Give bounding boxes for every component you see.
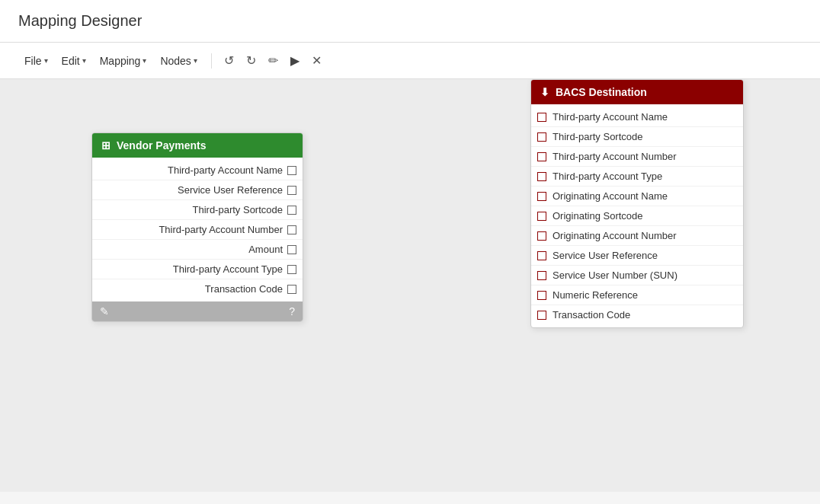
field-label: Transaction Code — [205, 283, 283, 295]
field-label: Service User Reference — [178, 184, 283, 196]
run-button[interactable]: ▶ — [286, 50, 304, 71]
redo-button[interactable]: ↻ — [242, 50, 261, 71]
field-label: Originating Account Name — [553, 190, 668, 202]
connector-handle[interactable] — [537, 231, 546, 241]
undo-icon: ↺ — [224, 54, 234, 67]
bacs-card: ⬇ BACS Destination Third-party Account N… — [530, 79, 744, 328]
connector-handle[interactable] — [537, 291, 546, 300]
list-item: Transaction Code — [531, 305, 743, 324]
toolbar-separator — [211, 53, 212, 69]
field-label: Originating Account Number — [553, 230, 677, 241]
bacs-card-title: BACS Destination — [556, 86, 647, 98]
connector-handle[interactable] — [287, 186, 296, 195]
list-item: Third-party Account Type — [92, 260, 303, 279]
run-icon: ▶ — [290, 54, 299, 67]
pencil-icon: ✏ — [268, 54, 278, 67]
list-item: Third-party Sortcode — [92, 200, 303, 220]
toolbar: File ▾ Edit ▾ Mapping ▾ Nodes ▾ ↺ ↻ ✏ ▶ … — [0, 43, 820, 79]
bacs-card-header: ⬇ BACS Destination — [531, 80, 743, 104]
close-icon: ✕ — [312, 54, 322, 67]
chevron-down-icon: ▾ — [44, 56, 48, 65]
field-label: Third-party Account Type — [173, 263, 283, 275]
list-item: Third-party Account Number — [92, 220, 303, 240]
pencil-button[interactable]: ✏ — [264, 50, 283, 71]
connector-handle[interactable] — [537, 251, 546, 260]
connector-handle[interactable] — [287, 206, 296, 215]
field-label: Amount — [248, 244, 283, 255]
edit-icon[interactable]: ✎ — [100, 305, 109, 317]
help-icon[interactable]: ? — [289, 305, 295, 317]
field-label: Transaction Code — [553, 309, 630, 321]
list-item: Transaction Code — [92, 279, 303, 298]
field-label: Third-party Sortcode — [553, 131, 643, 142]
field-label: Third-party Account Type — [553, 171, 662, 182]
toolbar-menus: File ▾ Edit ▾ Mapping ▾ Nodes ▾ — [18, 52, 203, 70]
grid-icon: ⊞ — [101, 139, 111, 152]
vendor-card: ⊞ Vendor Payments Third-party Account Na… — [91, 132, 303, 322]
list-item: Originating Sortcode — [531, 206, 743, 226]
connector-handle[interactable] — [537, 212, 546, 221]
connector-handle[interactable] — [287, 265, 296, 274]
file-menu[interactable]: File ▾ — [18, 52, 54, 70]
field-label: Originating Sortcode — [553, 210, 643, 222]
connector-handle[interactable] — [287, 225, 296, 234]
connector-handle[interactable] — [537, 113, 546, 122]
list-item: Originating Account Name — [531, 187, 743, 206]
chevron-down-icon: ▾ — [82, 56, 86, 65]
list-item: Third-party Account Name — [531, 107, 743, 127]
vendor-card-body: Third-party Account Name Service User Re… — [92, 158, 303, 301]
vendor-card-header: ⊞ Vendor Payments — [92, 133, 303, 158]
list-item: Service User Reference — [531, 246, 743, 266]
field-label: Third-party Account Number — [553, 151, 677, 162]
field-label: Service User Reference — [553, 250, 658, 261]
canvas: ⊞ Vendor Payments Third-party Account Na… — [0, 79, 820, 492]
field-label: Numeric Reference — [553, 289, 638, 301]
list-item: Numeric Reference — [531, 285, 743, 305]
edit-menu[interactable]: Edit ▾ — [56, 52, 92, 70]
connector-handle[interactable] — [537, 311, 546, 320]
redo-icon: ↻ — [246, 54, 256, 67]
connector-handle[interactable] — [537, 172, 546, 181]
field-label: Service User Number (SUN) — [553, 270, 677, 281]
connector-handle[interactable] — [537, 271, 546, 280]
mapping-menu[interactable]: Mapping ▾ — [94, 52, 153, 70]
list-item: Service User Reference — [92, 180, 303, 200]
list-item: Amount — [92, 240, 303, 260]
field-label: Third-party Account Name — [168, 164, 283, 176]
list-item: Service User Number (SUN) — [531, 266, 743, 285]
plug-icon: ⬇ — [540, 86, 549, 98]
connector-handle[interactable] — [287, 166, 296, 175]
field-label: Third-party Account Number — [159, 224, 283, 235]
vendor-card-footer: ✎ ? — [92, 301, 303, 321]
field-label: Third-party Account Name — [553, 111, 668, 123]
connector-handle[interactable] — [537, 192, 546, 201]
page-header: Mapping Designer — [0, 0, 820, 43]
list-item: Third-party Account Name — [92, 161, 303, 180]
chevron-down-icon: ▾ — [143, 56, 146, 65]
field-label: Third-party Sortcode — [193, 204, 283, 215]
list-item: Third-party Account Number — [531, 147, 743, 167]
list-item: Originating Account Number — [531, 226, 743, 246]
bacs-card-body: Third-party Account Name Third-party Sor… — [531, 104, 743, 327]
nodes-menu[interactable]: Nodes ▾ — [154, 52, 203, 70]
page-title: Mapping Designer — [18, 12, 802, 30]
list-item: Third-party Sortcode — [531, 127, 743, 147]
vendor-card-title: Vendor Payments — [117, 139, 207, 152]
list-item: Third-party Account Type — [531, 167, 743, 187]
close-button[interactable]: ✕ — [307, 50, 326, 71]
connector-handle[interactable] — [287, 245, 296, 254]
connector-handle[interactable] — [287, 285, 296, 294]
chevron-down-icon: ▾ — [194, 56, 197, 65]
connector-handle[interactable] — [537, 152, 546, 161]
undo-button[interactable]: ↺ — [219, 50, 239, 71]
connector-handle[interactable] — [537, 132, 546, 142]
